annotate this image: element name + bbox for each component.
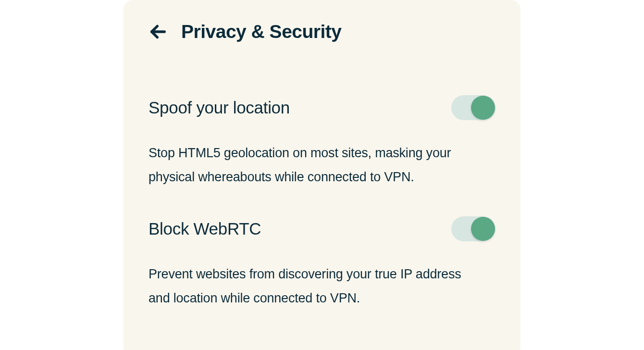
privacy-security-panel: Privacy & Security Spoof your location S… [124,0,520,350]
toggle-knob [471,217,495,241]
setting-row: Block WebRTC [149,216,495,241]
page-title: Privacy & Security [181,21,342,42]
setting-description: Stop HTML5 geolocation on most sites, ma… [149,141,485,189]
setting-row: Spoof your location [149,95,495,120]
setting-block-webrtc: Block WebRTC Prevent websites from disco… [149,216,495,311]
arrow-left-icon [149,22,168,41]
back-button[interactable] [149,22,168,41]
setting-spoof-location: Spoof your location Stop HTML5 geolocati… [149,95,495,189]
setting-description: Prevent websites from discovering your t… [149,262,485,311]
setting-title: Block WebRTC [149,219,261,238]
toggle-spoof-location[interactable] [451,95,495,120]
toggle-knob [471,96,495,120]
toggle-block-webrtc[interactable] [451,216,495,241]
setting-title: Spoof your location [149,98,290,117]
panel-header: Privacy & Security [149,21,495,42]
